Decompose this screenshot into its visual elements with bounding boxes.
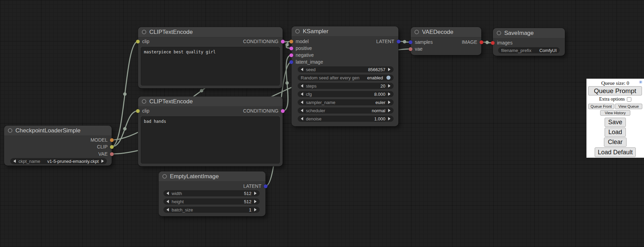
arrow-right-icon[interactable]: [388, 68, 391, 71]
arrow-left-icon[interactable]: [166, 208, 169, 211]
input-slot-clip[interactable]: clip: [136, 39, 149, 44]
arrow-right-icon[interactable]: [388, 109, 391, 112]
node-clip-text-encode-positive[interactable]: CLIPTextEncode clip CONDITIONING masterp…: [138, 27, 283, 88]
input-slot-latent-image[interactable]: latent_image: [289, 59, 323, 65]
node-title-bar[interactable]: KSampler: [292, 26, 398, 37]
node-title-bar[interactable]: SaveImage: [493, 28, 565, 38]
node-save-image[interactable]: SaveImage images filename_prefix ComfyUI: [493, 28, 565, 56]
width-widget[interactable]: width 512: [163, 190, 260, 196]
steps-widget[interactable]: steps 20: [298, 83, 394, 89]
settings-icon[interactable]: ✳: [639, 79, 643, 85]
input-slot-positive[interactable]: positive: [289, 46, 312, 51]
output-slot-vae[interactable]: VAE: [98, 151, 114, 157]
collapse-dot[interactable]: [162, 174, 167, 179]
output-slot-conditioning[interactable]: CONDITIONING: [243, 39, 285, 44]
seed-widget[interactable]: seed 8566257: [298, 66, 394, 73]
arrow-right-icon[interactable]: [254, 192, 257, 195]
node-checkpoint-loader[interactable]: CheckpointLoaderSimple MODEL CLIP VAE ck…: [4, 126, 112, 166]
toggle-on-dot[interactable]: [386, 76, 391, 80]
collapse-dot[interactable]: [8, 128, 12, 133]
latent-output-dot[interactable]: [397, 40, 400, 43]
collapse-dot[interactable]: [142, 99, 146, 104]
arrow-left-icon[interactable]: [13, 159, 16, 163]
collapse-dot[interactable]: [142, 30, 146, 34]
cfg-widget[interactable]: cfg 8.000: [298, 91, 394, 97]
arrow-left-icon[interactable]: [301, 68, 303, 71]
model-output-dot[interactable]: [110, 138, 114, 142]
image-output-dot[interactable]: [480, 40, 483, 44]
load-button[interactable]: Load: [605, 128, 626, 137]
collapse-dot[interactable]: [497, 31, 501, 35]
denoise-widget[interactable]: denoise 1.000: [298, 116, 394, 122]
ckpt-name-widget[interactable]: ckpt_name v1-5-pruned-emaonly.ckpt: [10, 158, 107, 164]
model-input-dot[interactable]: [289, 40, 293, 43]
arrow-right-icon[interactable]: [254, 208, 257, 211]
input-slot-images[interactable]: images: [491, 40, 512, 46]
view-queue-button[interactable]: View Queue: [615, 104, 642, 109]
images-input-dot[interactable]: [491, 41, 495, 45]
positive-input-dot[interactable]: [289, 47, 293, 50]
queue-front-button[interactable]: Queue Front: [588, 104, 614, 109]
save-button[interactable]: Save: [605, 118, 626, 127]
filename-prefix-widget[interactable]: filename_prefix ComfyUI: [498, 47, 560, 53]
node-title-bar[interactable]: CLIPTextEncode: [138, 27, 283, 37]
node-empty-latent-image[interactable]: EmptyLatentImage LATENT width 512 height…: [159, 171, 265, 216]
node-title-bar[interactable]: CLIPTextEncode: [138, 96, 283, 107]
random-seed-toggle-widget[interactable]: Random seed after every gen enabled: [298, 75, 394, 81]
view-history-button[interactable]: View History: [600, 110, 630, 116]
output-slot-latent[interactable]: LATENT: [243, 183, 268, 189]
arrow-left-icon[interactable]: [301, 117, 303, 120]
graph-canvas[interactable]: CheckpointLoaderSimple MODEL CLIP VAE ck…: [0, 0, 644, 247]
latent-image-input-dot[interactable]: [289, 60, 293, 64]
extra-options-checkbox[interactable]: [627, 97, 631, 102]
node-title-bar[interactable]: CheckpointLoaderSimple: [4, 126, 112, 136]
clip-input-dot[interactable]: [136, 109, 140, 113]
prompt-textarea[interactable]: bad hands: [141, 116, 280, 164]
arrow-left-icon[interactable]: [166, 192, 169, 195]
input-slot-model[interactable]: model: [289, 39, 309, 44]
arrow-right-icon[interactable]: [388, 117, 391, 120]
vae-output-dot[interactable]: [110, 152, 114, 156]
arrow-right-icon[interactable]: [388, 101, 391, 104]
arrow-right-icon[interactable]: [388, 84, 391, 88]
output-slot-clip[interactable]: CLIP: [97, 144, 114, 150]
latent-output-dot[interactable]: [264, 184, 268, 188]
node-vae-decode[interactable]: VAEDecode samples vae IMAGE: [411, 27, 481, 55]
queue-prompt-button[interactable]: Queue Prompt: [588, 86, 642, 95]
sampler-name-widget[interactable]: sampler_name euler: [298, 99, 394, 105]
prompt-textarea[interactable]: masterpiece best quality girl: [141, 47, 280, 86]
node-title-bar[interactable]: VAEDecode: [411, 27, 481, 37]
arrow-left-icon[interactable]: [301, 92, 303, 96]
clear-button[interactable]: Clear: [604, 138, 627, 147]
conditioning-output-dot[interactable]: [281, 109, 285, 113]
negative-input-dot[interactable]: [289, 53, 293, 57]
arrow-right-icon[interactable]: [388, 92, 391, 96]
node-clip-text-encode-negative[interactable]: CLIPTextEncode clip CONDITIONING bad han…: [138, 96, 283, 166]
load-default-button[interactable]: Load Default: [595, 147, 636, 157]
output-slot-image[interactable]: IMAGE: [462, 39, 483, 45]
output-slot-latent[interactable]: LATENT: [376, 39, 400, 44]
node-title-bar[interactable]: EmptyLatentImage: [159, 171, 265, 182]
vae-input-dot[interactable]: [409, 47, 412, 51]
clip-input-dot[interactable]: [136, 40, 140, 43]
input-slot-clip[interactable]: clip: [136, 108, 149, 114]
arrow-left-icon[interactable]: [301, 84, 303, 88]
scheduler-widget[interactable]: scheduler normal: [298, 107, 394, 114]
arrow-left-icon[interactable]: [301, 109, 303, 112]
output-slot-model[interactable]: MODEL: [90, 137, 114, 143]
height-widget[interactable]: height 512: [163, 198, 260, 205]
collapse-dot[interactable]: [295, 29, 300, 34]
input-slot-vae[interactable]: vae: [409, 46, 423, 52]
input-slot-negative[interactable]: negative: [289, 52, 314, 58]
batch-size-widget[interactable]: batch_size 1: [163, 207, 260, 213]
arrow-right-icon[interactable]: [254, 200, 257, 203]
samples-input-dot[interactable]: [409, 40, 412, 44]
arrow-left-icon[interactable]: [301, 101, 303, 104]
input-slot-samples[interactable]: samples: [409, 39, 433, 45]
node-ksampler[interactable]: KSampler model positive negative latent_…: [292, 26, 398, 126]
clip-output-dot[interactable]: [110, 145, 114, 149]
arrow-left-icon[interactable]: [166, 200, 169, 203]
collapse-dot[interactable]: [414, 30, 419, 34]
output-slot-conditioning[interactable]: CONDITIONING: [243, 108, 285, 114]
arrow-right-icon[interactable]: [101, 159, 104, 163]
